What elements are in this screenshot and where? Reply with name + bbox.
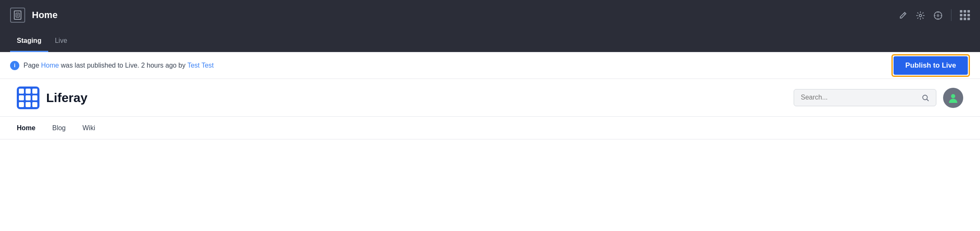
page-file-icon <box>16 13 20 18</box>
info-message: i Page Home was last published to Live. … <box>10 61 214 70</box>
svg-point-14 <box>951 94 955 98</box>
site-header: Liferay <box>0 79 980 117</box>
settings-icon[interactable] <box>916 10 925 20</box>
top-bar-right <box>898 9 970 21</box>
compass-icon[interactable] <box>933 10 943 20</box>
apps-grid-icon[interactable] <box>960 10 970 20</box>
info-text: Page Home was last published to Live. 2 … <box>24 62 214 69</box>
svg-point-12 <box>923 95 928 100</box>
edit-icon[interactable] <box>898 10 907 20</box>
publish-button-wrapper: Publish to Live <box>891 54 970 77</box>
user-avatar-icon <box>947 92 959 104</box>
top-bar-left: Home <box>10 8 57 23</box>
site-logo: Liferay <box>17 87 87 109</box>
page-icon-inner <box>14 10 21 20</box>
tab-staging[interactable]: Staging <box>10 30 48 52</box>
liferay-logo-icon <box>17 87 39 109</box>
info-icon: i <box>10 61 19 70</box>
svg-point-7 <box>937 15 939 16</box>
info-bar: i Page Home was last published to Live. … <box>0 52 980 79</box>
page-title: Home <box>32 10 57 21</box>
search-icon <box>922 94 929 102</box>
page-name-link[interactable]: Home <box>41 62 59 69</box>
page-icon <box>10 8 25 23</box>
search-input[interactable] <box>801 94 917 101</box>
tabs-bar: Staging Live <box>0 30 980 52</box>
nav-item-wiki[interactable]: Wiki <box>82 124 95 132</box>
nav-item-blog[interactable]: Blog <box>52 124 65 132</box>
svg-point-5 <box>919 14 922 17</box>
svg-line-4 <box>904 13 905 15</box>
nav-item-home[interactable]: Home <box>17 124 35 132</box>
site-nav: Home Blog Wiki <box>0 117 980 139</box>
tab-live[interactable]: Live <box>48 30 74 52</box>
svg-line-13 <box>927 99 929 101</box>
top-bar: Home <box>0 0 980 30</box>
publish-to-live-button[interactable]: Publish to Live <box>894 56 968 75</box>
user-avatar[interactable] <box>943 88 963 108</box>
user-name-link[interactable]: Test Test <box>187 62 214 69</box>
site-name: Liferay <box>46 91 87 105</box>
top-bar-divider <box>951 9 951 21</box>
search-box[interactable] <box>794 89 936 106</box>
site-header-right <box>794 88 963 108</box>
